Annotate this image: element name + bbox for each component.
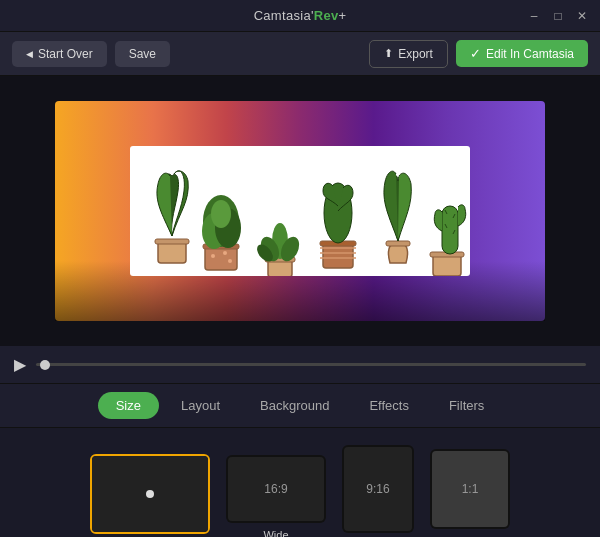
svg-point-10 [211, 200, 231, 228]
scrubber-handle[interactable] [40, 360, 50, 370]
export-button[interactable]: ⬆ Export [369, 40, 448, 68]
size-card-square[interactable]: 1:1 Square ◉ f [430, 449, 510, 538]
close-btn[interactable]: ✕ [574, 9, 590, 23]
square-thumb-inner: 1:1 [432, 451, 508, 527]
scrubber-track[interactable] [36, 363, 586, 366]
maximize-btn[interactable]: □ [550, 9, 566, 23]
size-options-grid: Recording Size 16:9 Wide ▶ V 9:16 Vertic… [0, 428, 600, 537]
minimize-btn[interactable]: – [526, 9, 542, 23]
toolbar: Start Over Save ⬆ Export ✓ Edit In Camta… [0, 32, 600, 76]
svg-point-4 [211, 254, 215, 258]
check-icon: ✓ [470, 46, 481, 61]
tab-size[interactable]: Size [98, 392, 159, 419]
play-button[interactable]: ▶ [14, 357, 26, 373]
svg-rect-2 [205, 246, 237, 270]
title-bar: Camtasia'Rev+ – □ ✕ [0, 0, 600, 32]
size-thumb-square[interactable]: 1:1 [430, 449, 510, 529]
tab-filters[interactable]: Filters [431, 392, 502, 419]
canvas-container [55, 101, 545, 321]
size-thumb-vertical[interactable]: 9:16 [342, 445, 414, 533]
size-card-wide[interactable]: 16:9 Wide ▶ V [226, 455, 326, 538]
edit-camtasia-label: Edit In Camtasia [486, 47, 574, 61]
recording-thumb-inner [92, 456, 208, 532]
tab-effects[interactable]: Effects [351, 392, 427, 419]
size-card-recording[interactable]: Recording Size [90, 454, 210, 538]
export-label: Export [398, 47, 433, 61]
start-over-button[interactable]: Start Over [12, 41, 107, 67]
size-card-vertical[interactable]: 9:16 Vertical f ▶ ♪ [342, 445, 414, 538]
svg-rect-1 [155, 239, 189, 244]
recording-dot [146, 490, 154, 498]
svg-point-6 [228, 259, 232, 263]
preview-area [0, 76, 600, 346]
svg-rect-26 [442, 206, 458, 254]
save-button[interactable]: Save [115, 41, 170, 67]
size-thumb-recording[interactable] [90, 454, 210, 534]
svg-rect-23 [386, 241, 410, 246]
svg-point-5 [223, 251, 227, 255]
tab-layout[interactable]: Layout [163, 392, 238, 419]
wide-thumb-inner: 16:9 [228, 457, 324, 521]
export-icon: ⬆ [384, 47, 393, 60]
tabs-bar: Size Layout Background Effects Filters [0, 384, 600, 428]
svg-rect-17 [323, 243, 353, 268]
tab-background[interactable]: Background [242, 392, 347, 419]
wide-size-label: Wide ▶ V [263, 529, 288, 538]
app-title: Camtasia'Rev+ [254, 8, 347, 23]
vertical-thumb-inner: 9:16 [344, 447, 412, 531]
content-card [130, 146, 470, 276]
playback-bar: ▶ [0, 346, 600, 384]
edit-in-camtasia-button[interactable]: ✓ Edit In Camtasia [456, 40, 588, 67]
size-thumb-wide[interactable]: 16:9 [226, 455, 326, 523]
plants-illustration [130, 146, 470, 276]
window-controls: – □ ✕ [526, 9, 590, 23]
